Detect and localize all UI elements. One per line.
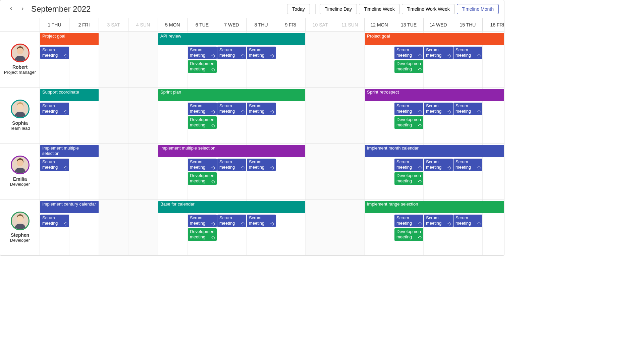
recurrence-icon <box>418 110 422 114</box>
event[interactable]: Base for calendar <box>158 201 305 213</box>
event[interactable]: Scrum meeting <box>453 159 482 171</box>
date-header-cell[interactable]: 5 MON <box>158 18 187 31</box>
view-timeline-month[interactable]: Timeline Month <box>457 4 499 14</box>
event[interactable]: Support coordinate <box>40 89 99 101</box>
event[interactable]: Scrum meeting <box>40 159 69 171</box>
event[interactable]: Project goal <box>365 33 504 45</box>
event[interactable]: Development meeting <box>394 60 423 73</box>
event[interactable]: Implement month calendar <box>365 145 504 157</box>
day-cell[interactable] <box>306 88 335 143</box>
date-header-cell[interactable]: 15 THU <box>453 18 483 31</box>
date-header-cell[interactable]: 7 WED <box>217 18 247 31</box>
date-header-cell[interactable]: 10 SAT <box>306 18 335 31</box>
event[interactable]: Scrum meeting <box>394 215 423 227</box>
event[interactable]: Implement multiple selection <box>158 145 305 157</box>
day-cell[interactable] <box>99 32 128 87</box>
date-header-cell[interactable]: 4 SUN <box>128 18 158 31</box>
day-cell[interactable] <box>306 144 335 199</box>
event[interactable]: Scrum meeting <box>247 47 276 59</box>
event[interactable]: Sprint retrospect <box>365 89 504 101</box>
event[interactable]: Sprint plan <box>158 89 305 101</box>
date-header-cell[interactable]: 12 MON <box>365 18 394 31</box>
event[interactable]: Scrum meeting <box>217 103 246 115</box>
event[interactable]: Scrum meeting <box>217 215 246 227</box>
day-cell[interactable] <box>128 88 158 143</box>
event[interactable]: Scrum meeting <box>217 159 246 171</box>
event[interactable]: API review <box>158 33 305 45</box>
event[interactable]: Development meeting <box>188 60 217 73</box>
day-cell[interactable] <box>128 199 158 255</box>
event-label: Base for calendar <box>160 202 195 207</box>
event[interactable]: Scrum meeting <box>453 103 482 115</box>
view-timeline-week[interactable]: Timeline Week <box>359 4 400 14</box>
event[interactable]: Scrum meeting <box>188 159 217 171</box>
today-button[interactable]: Today <box>287 4 310 14</box>
day-cell[interactable] <box>335 144 365 199</box>
event-label: API review <box>160 34 181 39</box>
date-header-cell[interactable]: 9 FRI <box>276 18 306 31</box>
next-button[interactable] <box>17 4 28 14</box>
day-cell[interactable] <box>306 32 335 87</box>
event[interactable]: Scrum meeting <box>247 215 276 227</box>
event[interactable]: Implement multiple selection <box>40 145 99 157</box>
event-label: Scrum meeting <box>396 103 421 114</box>
day-cell[interactable] <box>335 199 365 255</box>
event[interactable]: Scrum meeting <box>247 103 276 115</box>
date-header-cell[interactable]: 11 SUN <box>335 18 365 31</box>
event[interactable]: Scrum meeting <box>453 47 482 59</box>
day-cell[interactable] <box>128 32 158 87</box>
resource-role: Team lead <box>10 126 30 131</box>
resource-role: Developer <box>10 238 30 243</box>
date-header-cell[interactable]: 8 THU <box>247 18 276 31</box>
day-cell[interactable] <box>335 32 365 87</box>
event[interactable]: Development meeting <box>188 172 217 185</box>
event[interactable]: Scrum meeting <box>394 47 423 59</box>
event[interactable]: Scrum meeting <box>394 159 423 171</box>
event[interactable]: Scrum meeting <box>188 215 217 227</box>
event[interactable]: Scrum meeting <box>424 47 453 59</box>
event[interactable]: Scrum meeting <box>394 103 423 115</box>
event[interactable]: Development meeting <box>394 116 423 129</box>
day-cell[interactable] <box>99 199 128 255</box>
event[interactable]: Scrum meeting <box>40 103 69 115</box>
event[interactable]: Implement century calendar <box>40 201 99 213</box>
day-cell[interactable] <box>99 88 128 143</box>
event-label: Scrum meeting <box>190 103 215 114</box>
event[interactable]: Scrum meeting <box>424 215 453 227</box>
date-header-cell[interactable]: 6 TUE <box>187 18 217 31</box>
view-timeline-work-week[interactable]: Timeline Work Week <box>402 4 455 14</box>
resource-row: Implement multiple selectionScrum meetin… <box>40 144 504 199</box>
event[interactable]: Scrum meeting <box>217 47 246 59</box>
event-label: Implement multiple selection <box>160 146 215 151</box>
event[interactable]: Scrum meeting <box>424 159 453 171</box>
event[interactable]: Scrum meeting <box>188 103 217 115</box>
day-cell[interactable] <box>99 144 128 199</box>
day-cell[interactable] <box>306 199 335 255</box>
event[interactable]: Scrum meeting <box>424 103 453 115</box>
event[interactable]: Scrum meeting <box>247 159 276 171</box>
recurrence-icon <box>477 222 481 226</box>
day-cell[interactable] <box>128 144 158 199</box>
resource-row: Support coordinateScrum meetingSprint pl… <box>40 88 504 144</box>
day-cell[interactable] <box>335 88 365 143</box>
event[interactable]: Development meeting <box>394 172 423 185</box>
date-header-cell[interactable]: 13 TUE <box>394 18 424 31</box>
event[interactable]: Scrum meeting <box>188 47 217 59</box>
event[interactable]: Project goal <box>40 33 99 45</box>
date-header-cell[interactable]: 2 FRI <box>69 18 99 31</box>
recurrence-icon <box>64 222 68 226</box>
recurrence-icon <box>211 166 215 170</box>
prev-button[interactable] <box>6 4 16 14</box>
event[interactable]: Development meeting <box>394 228 423 241</box>
date-header-cell[interactable]: 3 SAT <box>99 18 128 31</box>
date-header-cell[interactable]: 1 THU <box>40 18 69 31</box>
event[interactable]: Scrum meeting <box>453 215 482 227</box>
date-header-cell[interactable]: 14 WED <box>424 18 453 31</box>
event[interactable]: Development meeting <box>188 228 217 241</box>
event[interactable]: Implement range selection <box>365 201 504 213</box>
event[interactable]: Scrum meeting <box>40 47 69 59</box>
date-header-cell[interactable]: 16 FRI <box>483 18 504 31</box>
event[interactable]: Development meeting <box>188 116 217 129</box>
view-timeline-day[interactable]: Timeline Day <box>320 4 357 14</box>
event[interactable]: Scrum meeting <box>40 215 69 227</box>
